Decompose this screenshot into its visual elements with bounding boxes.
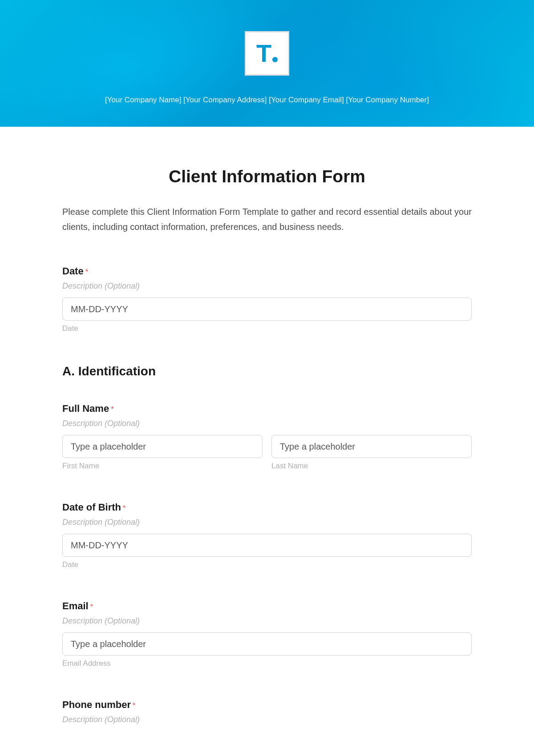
- email-input[interactable]: [62, 632, 472, 655]
- date-sublabel: Date: [62, 324, 472, 333]
- email-sublabel: Email Address: [62, 659, 472, 668]
- form-header: T [Your Company Name] [Your Company Addr…: [0, 0, 534, 127]
- date-description: Description (Optional): [62, 281, 472, 291]
- required-indicator: *: [85, 268, 88, 276]
- logo-dot-icon: [272, 57, 278, 62]
- form-title: Client Information Form: [62, 167, 472, 186]
- required-indicator: *: [123, 504, 125, 512]
- last-name-input[interactable]: [271, 435, 472, 458]
- phone-description: Description (Optional): [62, 715, 472, 724]
- required-indicator: *: [133, 702, 135, 709]
- dob-sublabel: Date: [62, 560, 472, 569]
- company-info-line: [Your Company Name] [Your Company Addres…: [105, 96, 429, 105]
- fullname-field-group: Full Name* Description (Optional) First …: [62, 403, 472, 470]
- phone-label: Phone number: [62, 699, 131, 711]
- dob-description: Description (Optional): [62, 518, 472, 527]
- required-indicator: *: [90, 603, 93, 611]
- fullname-label: Full Name: [62, 403, 109, 414]
- dob-field-group: Date of Birth* Description (Optional) Da…: [62, 502, 472, 569]
- required-indicator: *: [111, 406, 113, 413]
- section-a-title: A. Identification: [62, 364, 472, 378]
- logo-letter: T: [256, 41, 271, 66]
- date-field-group: Date* Description (Optional) Date: [62, 265, 472, 333]
- form-description: Please complete this Client Information …: [62, 204, 472, 234]
- last-name-sublabel: Last Name: [271, 462, 472, 470]
- first-name-input[interactable]: [62, 435, 263, 458]
- phone-field-group: Phone number* Description (Optional): [62, 699, 472, 724]
- fullname-description: Description (Optional): [62, 419, 472, 428]
- date-label: Date: [62, 265, 84, 277]
- email-field-group: Email* Description (Optional) Email Addr…: [62, 600, 472, 668]
- date-input[interactable]: [62, 298, 472, 321]
- form-content: Client Information Form Please complete …: [62, 127, 472, 756]
- email-description: Description (Optional): [62, 616, 472, 626]
- first-name-sublabel: First Name: [62, 462, 263, 470]
- company-logo: T: [245, 31, 289, 76]
- dob-label: Date of Birth: [62, 502, 121, 513]
- dob-input[interactable]: [62, 534, 472, 557]
- email-label: Email: [62, 600, 89, 612]
